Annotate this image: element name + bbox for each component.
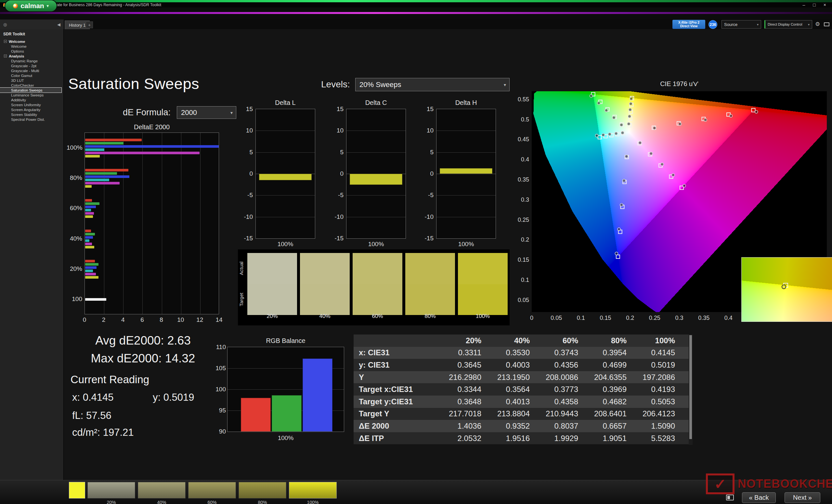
table-header-cell: 80% (592, 336, 640, 345)
layout-icon[interactable] (726, 495, 734, 500)
sidebar-section-analysis[interactable]: Analysis (0, 54, 61, 58)
swatch-level-label: 40% (300, 313, 350, 319)
scrollbar-thumb[interactable] (689, 335, 692, 439)
de-formula-label: dE Formula: (123, 108, 171, 117)
axis-tick-label: 2 (97, 316, 110, 324)
active-color-patch[interactable] (69, 482, 85, 499)
table-row-label: ΔE ITP (354, 434, 446, 443)
results-table: 20%40%60%80%100%x: CIE310.33110.35300.37… (354, 335, 693, 445)
filmstrip-thumbnail-label: 20% (87, 500, 135, 504)
axis-tick-label: 80% (67, 174, 82, 181)
grid-line (437, 195, 496, 196)
filmstrip-thumbnail-40[interactable] (138, 482, 186, 499)
axis-tick-label: 90 (214, 428, 226, 435)
sidebar-item-spectral-power-dist[interactable]: Spectral Power Dist. (0, 117, 61, 122)
table-row: x: CIE310.33110.35300.37430.39540.4145 (354, 347, 693, 359)
max-de2000: Max dE2000: 14.32 (67, 352, 219, 365)
actual-row-label: Actual (238, 253, 245, 284)
axis-tick-label: 0.25 (645, 315, 664, 321)
sidebar-item-label: Screen Stability (11, 113, 37, 117)
table-cell: 0.3344 (446, 385, 495, 394)
sidebar-item-label: 3D LUT (11, 79, 24, 83)
axis-tick-label: 6 (135, 316, 149, 324)
back-button[interactable]: « Back (742, 492, 776, 503)
calman-logo-button[interactable]: calman ▾ (5, 0, 56, 11)
meter-count-badge[interactable]: 236 (708, 20, 717, 29)
sidebar-section-welcome[interactable]: Welcome (0, 39, 61, 44)
table-row-label: x: CIE31 (354, 348, 446, 357)
next-button[interactable]: Next » (784, 492, 820, 503)
maximize-button[interactable]: □ (813, 2, 815, 7)
calman-app-window: Calman 2025 Calman Ultimate for Business… (0, 0, 832, 504)
sidebar-item-screen-stability[interactable]: Screen Stability (0, 112, 61, 117)
axis-tick-label: 0.4 (517, 156, 529, 163)
close-button[interactable]: × (824, 2, 826, 7)
sidebar-item-colorchecker[interactable]: ColorChecker (0, 83, 61, 88)
levels-dropdown[interactable]: 20% Sweeps ▾ (355, 78, 510, 91)
meter-button[interactable]: X-Rite i1Pro 2 Direct View (672, 20, 705, 29)
delta-e-bar-cyan (85, 148, 104, 151)
actual-target-swatches: Actual Target 20%40%60%80%100% (238, 249, 510, 326)
table-scrollbar[interactable] (689, 335, 693, 445)
sidebar-item-saturation-sweeps[interactable]: Saturation Sweeps (0, 88, 61, 92)
table-row: Target Y217.7018213.8804210.9443208.6401… (354, 408, 693, 420)
axis-tick-label: 10 (332, 127, 343, 134)
filmstrip-thumbnail-80[interactable] (238, 482, 286, 499)
delta-e-bar-red (85, 199, 92, 202)
axis-tick-label: 8 (155, 316, 168, 324)
sidebar-item-screen-angularity[interactable]: Screen Angularity (0, 107, 61, 112)
swatch-column-60 (353, 253, 402, 315)
delta-e-bar-red (85, 260, 95, 262)
table-cell: 216.2980 (446, 373, 495, 382)
swatch-level-label: 20% (247, 313, 297, 319)
x-axis-category: 100% (346, 241, 406, 248)
delta-e-sweep-chart: DeltaE 2000 100%80%60%40%20%100 02468101… (67, 123, 229, 326)
table-cell: 204.6355 (592, 373, 640, 382)
axis-tick-label: 110 (214, 343, 226, 351)
de-formula-dropdown[interactable]: 2000 ▾ (177, 106, 236, 119)
add-tab-button[interactable]: + (86, 22, 93, 28)
collapse-icon[interactable] (4, 55, 7, 57)
sidebar-item-grayscale-multi[interactable]: Grayscale - Multi (0, 68, 61, 73)
axis-tick-label: 0.4 (719, 315, 738, 321)
sidebar-item-3d-lut[interactable]: 3D LUT (0, 78, 61, 83)
levels-label: Levels: (321, 79, 350, 90)
filmstrip-thumbnail-100[interactable] (289, 482, 337, 499)
axis-tick-label: 0.55 (517, 96, 529, 103)
filmstrip-thumbnail-20[interactable] (87, 482, 135, 499)
minimize-button[interactable]: – (803, 2, 805, 7)
delta-bar (440, 168, 492, 174)
settings-gear-icon[interactable]: ⚙ (815, 21, 820, 28)
calman-logo-icon (13, 4, 18, 8)
rgb-bar-blue (303, 359, 333, 431)
sidebar-item-label: Color Gamut (11, 74, 32, 78)
axis-tick-label: 105 (214, 365, 226, 372)
sidebar-item-dynamic-range[interactable]: Dynamic Range (0, 58, 61, 63)
x-axis-category: 100% (227, 435, 344, 442)
actual-swatch (458, 253, 508, 284)
collapse-icon[interactable] (4, 40, 7, 43)
chevron-down-icon: ▾ (808, 23, 810, 26)
source-dropdown[interactable]: Source ▾ (722, 20, 761, 29)
session-icon[interactable]: ◎ (3, 22, 7, 27)
axis-tick-label: 15 (422, 106, 434, 113)
table-cell: 0.4356 (543, 361, 592, 369)
sidebar-item-color-gamut[interactable]: Color Gamut (0, 73, 61, 78)
sidebar-item-welcome[interactable]: Welcome (0, 44, 61, 49)
swatch-level-label: 60% (353, 313, 402, 319)
sidebar-item-options[interactable]: Options (0, 49, 61, 54)
sidebar-item-grayscale-2pt[interactable]: Grayscale - 2pt (0, 63, 61, 68)
sidebar-item-additivity[interactable]: Additivity (0, 97, 61, 102)
display-icon[interactable] (824, 22, 829, 26)
axis-tick-label: 10 (422, 127, 434, 134)
table-cell: 208.6401 (592, 409, 640, 418)
sidebar-item-screen-uniformity[interactable]: Screen Uniformity (0, 102, 61, 107)
table-cell: 0.8037 (543, 421, 592, 430)
display-control-dropdown[interactable]: Direct Display Control ▾ (764, 20, 812, 29)
chart-title: Delta L (256, 99, 315, 107)
delta-e-bar-cyan (85, 270, 93, 272)
sidebar-collapse-icon[interactable]: ◀ (57, 22, 60, 27)
filmstrip-thumbnail-60[interactable] (188, 482, 236, 499)
sidebar-item-luminance-sweeps[interactable]: Luminance Sweeps (0, 92, 61, 97)
delta-e-bar-blue (85, 145, 219, 148)
